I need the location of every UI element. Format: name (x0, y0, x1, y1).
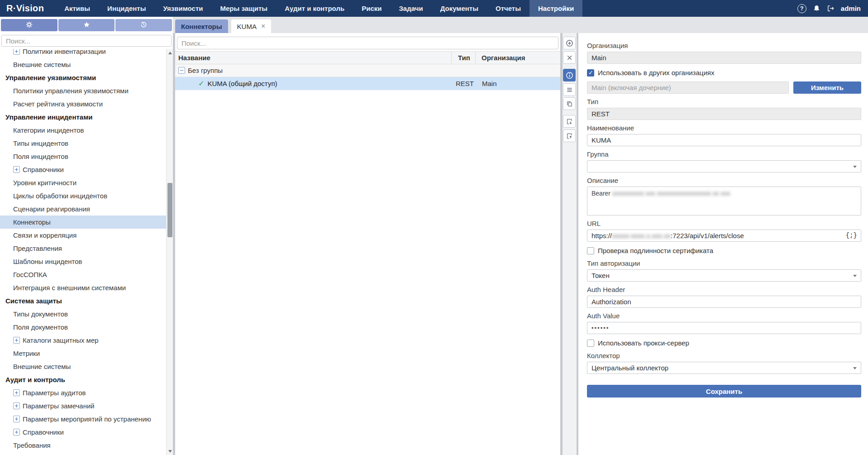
sidebar-item-26[interactable]: Параметры аудитов (0, 386, 166, 399)
expand-plus-icon[interactable] (13, 166, 20, 173)
tab-connectors[interactable]: Коннекторы (175, 19, 228, 33)
nav-item-4[interactable]: Аудит и контроль (276, 0, 353, 17)
sidebar-tab-star[interactable] (58, 19, 115, 31)
sidebar-item-27[interactable]: Параметры замечаний (0, 399, 166, 412)
expand-plus-icon[interactable] (13, 402, 20, 409)
expand-plus-icon[interactable] (13, 337, 20, 344)
group-select[interactable] (587, 160, 861, 172)
auth-type-select[interactable]: Токен (587, 269, 861, 282)
sidebar-scrollbar[interactable] (166, 49, 173, 455)
nav-item-6[interactable]: Задачи (390, 0, 431, 17)
collapse-minus-icon[interactable] (178, 67, 185, 74)
table-header: Название Тип Организация (175, 51, 560, 64)
sidebar-search-input[interactable] (1, 35, 172, 47)
sidebar-item-29[interactable]: Справочники (0, 426, 166, 439)
sidebar-item-1[interactable]: Внешние системы (0, 58, 166, 71)
column-header-name[interactable]: Название (175, 54, 451, 62)
auth-value-input[interactable] (587, 322, 861, 334)
share-org-checkbox[interactable]: Использовать в других организациях (587, 69, 861, 77)
help-icon[interactable]: ? (797, 4, 806, 13)
sidebar-item-17[interactable]: ГосСОПКА (0, 268, 166, 281)
collector-select[interactable]: Центральный коллектор (587, 362, 861, 374)
table-group-row[interactable]: Без группы (175, 64, 560, 77)
nav-item-7[interactable]: Документы (432, 0, 487, 17)
expand-plus-icon[interactable] (13, 49, 20, 55)
template-vars-icon[interactable]: {;} (846, 230, 857, 241)
connectors-search-input[interactable] (177, 37, 558, 49)
settings-tree: Политики инвентаризацииВнешние системыУп… (0, 49, 166, 455)
sidebar-item-4[interactable]: Расчет рейтинга уязвимости (0, 97, 166, 110)
nav-items: АктивыИнцидентыУязвимостиМеры защитыАуди… (56, 0, 582, 17)
nav-item-8[interactable]: Отчеты (487, 0, 529, 17)
nav-item-0[interactable]: Активы (56, 0, 99, 17)
change-org-button[interactable]: Изменить (793, 81, 861, 94)
save-button[interactable]: Сохранить (587, 385, 861, 398)
close-button[interactable] (563, 51, 576, 64)
sidebar-item-3[interactable]: Политики управления уязвимостями (0, 84, 166, 97)
paste-down-button[interactable] (563, 115, 576, 128)
checkbox-icon[interactable] (587, 247, 594, 254)
sidebar-item-18[interactable]: Интеграция с внешними системами (0, 281, 166, 294)
sidebar-item-30[interactable]: Требования (0, 439, 166, 452)
sidebar-item-15[interactable]: Представления (0, 242, 166, 255)
sidebar-item-16[interactable]: Шаблоны инцидентов (0, 255, 166, 268)
sidebar-item-14[interactable]: Связи и корреляция (0, 229, 166, 242)
connector-details-panel: Организация Main Использовать в других о… (578, 33, 868, 455)
list-button[interactable] (563, 83, 576, 96)
sidebar-item-23[interactable]: Метрики (0, 347, 166, 360)
column-header-org[interactable]: Организация (475, 52, 560, 64)
info-button[interactable] (563, 69, 576, 81)
sidebar-item-6[interactable]: Категории инцидентов (0, 124, 166, 137)
proxy-checkbox[interactable]: Использовать прокси-сервер (587, 339, 861, 347)
nav-item-settings[interactable]: Настройки (529, 0, 582, 17)
name-input[interactable] (587, 134, 861, 146)
checkbox-icon[interactable] (587, 69, 594, 77)
sidebar-item-24[interactable]: Внешние системы (0, 360, 166, 373)
column-header-type[interactable]: Тип (451, 52, 475, 64)
notifications-bell-icon[interactable] (813, 5, 820, 12)
sidebar-item-10[interactable]: Уровни критичности (0, 176, 166, 189)
paste-up-button[interactable] (563, 129, 576, 142)
chevron-down-icon (853, 367, 857, 369)
sidebar-item-connectors[interactable]: Коннекторы (0, 216, 166, 229)
sidebar-tab-gear[interactable] (1, 19, 57, 31)
tab-kuma[interactable]: KUMA × (231, 19, 272, 33)
copy-button[interactable] (563, 97, 576, 110)
sidebar-item-12[interactable]: Сценарии реагирования (0, 202, 166, 216)
logout-icon[interactable] (827, 5, 835, 12)
name-label: Наименование (587, 124, 861, 132)
sidebar-item-0[interactable]: Политики инвентаризации (0, 49, 166, 58)
scroll-down-icon[interactable] (167, 448, 173, 455)
sidebar-item-11[interactable]: Циклы обработки инцидентов (0, 189, 166, 202)
sidebar-item-label: Требования (13, 441, 51, 449)
sidebar-item-22[interactable]: Каталоги защитных мер (0, 334, 166, 347)
nav-item-3[interactable]: Меры защиты (212, 0, 277, 17)
sidebar-item-label: Параметры аудитов (23, 389, 86, 397)
scroll-thumb[interactable] (167, 183, 172, 237)
url-input[interactable]: https://xxxxx-xxxx.x.xxx.xx:7223/api/v1/… (587, 230, 861, 242)
auth-header-input[interactable] (587, 296, 861, 308)
sidebar-item-9[interactable]: Справочники (0, 163, 166, 176)
expand-plus-icon[interactable] (13, 416, 20, 422)
sidebar-tab-history[interactable] (115, 19, 172, 31)
sidebar-item-21[interactable]: Поля документов (0, 321, 166, 334)
cert-verify-checkbox[interactable]: Проверка подлинности сертификата (587, 247, 861, 254)
table-row[interactable]: ✓KUMA (общий доступ)RESTMain (175, 77, 560, 90)
scroll-up-icon[interactable] (167, 49, 173, 56)
checkbox-icon[interactable] (587, 340, 594, 347)
sidebar-item-7[interactable]: Типы инцидентов (0, 137, 166, 150)
close-tab-icon[interactable]: × (261, 23, 265, 30)
side-toolbar (563, 33, 577, 455)
nav-item-2[interactable]: Уязвимости (154, 0, 211, 17)
sidebar-item-8[interactable]: Поля инцидентов (0, 150, 166, 163)
add-circle-button[interactable] (563, 37, 576, 49)
description-textarea[interactable]: Bearer xxxxxxxxxx xxx xxxxxxxxxxxxxxxxx … (587, 187, 861, 216)
sidebar-item-28[interactable]: Параметры мероприятий по устранению (0, 412, 166, 426)
nav-item-1[interactable]: Инциденты (99, 0, 154, 17)
sidebar-item-label: Поля инцидентов (13, 153, 68, 160)
nav-item-5[interactable]: Риски (353, 0, 390, 17)
sidebar-item-20[interactable]: Типы документов (0, 307, 166, 321)
collector-label: Коллектор (587, 352, 861, 359)
expand-plus-icon[interactable] (13, 389, 20, 396)
expand-plus-icon[interactable] (13, 429, 20, 436)
